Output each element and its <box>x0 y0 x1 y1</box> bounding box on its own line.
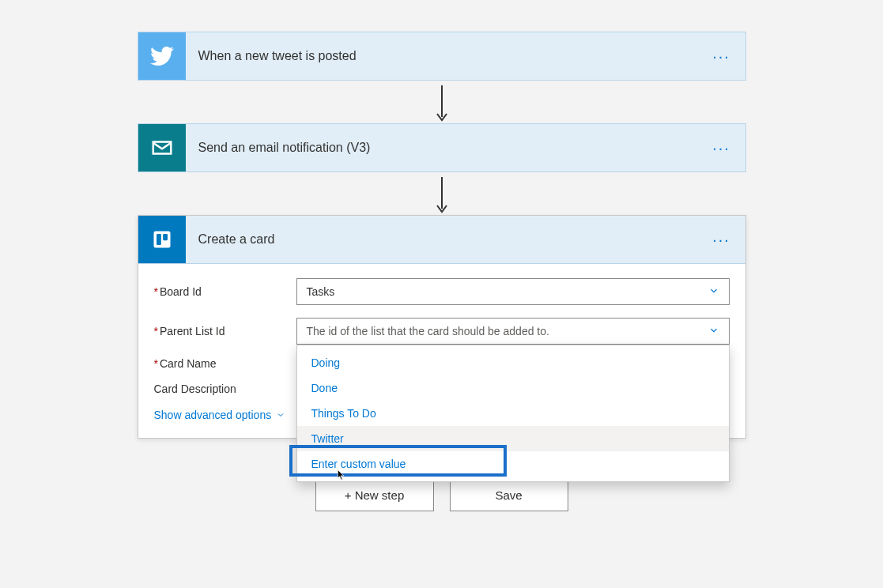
step-menu-button[interactable]: ··· <box>698 216 745 263</box>
dropdown-item-things-to-do[interactable]: Things To Do <box>297 401 729 426</box>
chevron-down-icon <box>708 325 719 338</box>
step-title: Create a card <box>186 216 698 263</box>
parent-list-dropdown: Doing Done Things To Do Twitter Enter cu… <box>296 345 730 482</box>
step-title: When a new tweet is posted <box>186 32 698 80</box>
parent-list-id-label: *Parent List Id <box>154 325 296 337</box>
svg-rect-3 <box>153 232 170 248</box>
new-step-button[interactable]: + New step <box>315 478 434 511</box>
board-id-label: *Board Id <box>154 285 296 298</box>
step-menu-button[interactable]: ··· <box>698 124 745 172</box>
board-id-value: Tasks <box>307 285 335 298</box>
flow-step-trello-expanded: Create a card ··· *Board Id Tasks *Paren… <box>138 215 746 439</box>
save-button[interactable]: Save <box>450 478 568 511</box>
dropdown-item-custom[interactable]: Enter custom value <box>297 451 729 477</box>
step-menu-button[interactable]: ··· <box>698 32 745 80</box>
chevron-down-icon <box>708 285 719 299</box>
dropdown-item-done[interactable]: Done <box>297 375 729 401</box>
dropdown-item-doing[interactable]: Doing <box>297 350 729 375</box>
parent-list-placeholder: The id of the list that the card should … <box>307 325 549 337</box>
card-name-label: *Card Name <box>154 357 296 370</box>
mail-icon <box>138 124 186 172</box>
flow-arrow <box>441 84 443 120</box>
svg-rect-5 <box>163 234 168 240</box>
chevron-down-icon <box>276 410 285 420</box>
card-description-label: Card Description <box>154 383 296 395</box>
flow-step-trigger[interactable]: When a new tweet is posted ··· <box>138 32 746 81</box>
trello-icon <box>138 216 186 263</box>
flow-arrow <box>441 175 443 212</box>
flow-step-email[interactable]: Send an email notification (V3) ··· <box>138 123 746 172</box>
step-title: Send an email notification (V3) <box>186 124 698 172</box>
dropdown-item-twitter[interactable]: Twitter <box>297 426 729 451</box>
step-header[interactable]: Create a card ··· <box>138 216 745 264</box>
twitter-icon <box>138 32 186 80</box>
board-id-select[interactable]: Tasks <box>296 278 730 305</box>
svg-rect-4 <box>157 234 161 245</box>
parent-list-id-select[interactable]: The id of the list that the card should … <box>296 318 730 345</box>
show-advanced-options-link[interactable]: Show advanced options <box>154 409 286 421</box>
